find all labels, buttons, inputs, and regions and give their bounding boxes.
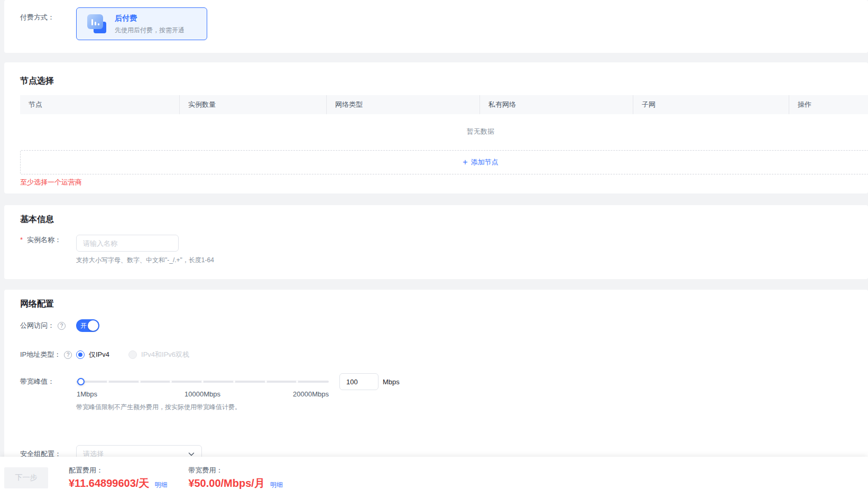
bandwidth-fee-detail-link[interactable]: 明细 [270,480,283,489]
help-icon[interactable]: ? [64,351,72,359]
network-config-title: 网络配置 [20,298,868,310]
slider-mark [201,381,204,383]
instance-create-page: 付费方式： 后付费 先使用后付费，按需开通 节点选择 节点 实例数量 网络类型 … [0,0,868,499]
bandwidth-hint: 带宽峰值限制不产生额外费用，按实际使用带宽峰值计费。 [76,403,400,411]
ip-type-label-text: IP地址类型： [20,349,61,360]
bandwidth-value-input[interactable] [339,373,378,390]
column-header-instance-count: 实例数量 [180,95,327,114]
basic-info-section: 基本信息 *实例名称： 支持大小写字母、数字、中文和"-_/.+"，长度1-64 [4,205,868,279]
required-asterisk: * [20,235,23,245]
billing-bar-chart-icon [87,14,106,33]
slider-handle[interactable] [77,378,85,385]
node-table-header: 节点 实例数量 网络类型 私有网络 子网 操作 [20,95,868,114]
radio-ipv4-ipv6-dual: IPv4和IPv6双栈 [128,350,189,359]
footer-bar: 下一步 配置费用： ¥11.64899603/天 明细 带宽费用： ¥50.00… [0,457,868,499]
slider-scale-labels: 1Mbps 10000Mbps 20000Mbps [76,390,329,399]
table-empty-placeholder: 暂无数据 [20,114,868,149]
config-fee-price: ¥11.64899603/天 [69,476,149,490]
public-access-label: 公网访问： ? [20,320,76,331]
toggle-on-text: 开 [80,322,87,329]
config-fee-block: 配置费用： ¥11.64899603/天 明细 [69,466,167,490]
instance-name-label-text: 实例名称： [27,235,61,245]
slider-mark [296,381,298,383]
next-button[interactable]: 下一步 [4,467,48,488]
toggle-knob [88,320,98,331]
slider-min-label: 1Mbps [77,390,97,398]
config-fee-detail-link[interactable]: 明细 [154,480,167,489]
slider-mid-label: 10000Mbps [184,390,220,398]
postpaid-description: 先使用后付费，按需开通 [115,25,184,35]
help-icon[interactable]: ? [58,322,66,330]
bandwidth-fee-price: ¥50.00/Mbps/月 [188,476,265,490]
radio-ipv4-label: 仅IPv4 [89,350,109,359]
node-selection-title: 节点选择 [20,75,868,87]
ip-type-label: IP地址类型： ? [20,349,76,360]
instance-name-label: *实例名称： [20,235,76,245]
slider-max-label: 20000Mbps [293,390,329,398]
bandwidth-fee-block: 带宽费用： ¥50.00/Mbps/月 明细 [188,466,283,490]
bandwidth-label-text: 带宽峰值： [20,376,54,387]
billing-icon-front-shape [87,14,103,29]
payment-method-label: 付费方式： [20,12,76,23]
operator-validation-error: 至少选择一个运营商 [20,178,868,187]
public-access-toggle[interactable]: 开 [76,319,99,332]
postpaid-texts: 后付费 先使用后付费，按需开通 [115,13,184,35]
column-header-node: 节点 [20,95,180,114]
config-fee-label: 配置费用： [69,466,167,475]
radio-ipv4-only[interactable]: 仅IPv4 [76,350,109,359]
public-access-label-text: 公网访问： [20,320,54,331]
bandwidth-label: 带宽峰值： [20,376,76,387]
instance-name-hint: 支持大小写字母、数字、中文和"-_/.+"，长度1-64 [76,256,214,264]
instance-name-input[interactable] [76,235,179,252]
node-table: 节点 实例数量 网络类型 私有网络 子网 操作 暂无数据 [20,95,868,149]
ip-type-radio-group: 仅IPv4 IPv4和IPv6双栈 [76,350,189,359]
postpaid-title: 后付费 [115,13,184,23]
radio-selected-icon [76,350,85,359]
column-header-actions: 操作 [789,95,868,114]
slider-mark [138,381,141,383]
bandwidth-field: Mbps 1Mbps 10000Mbps 20000Mbps 带宽峰值限制不产生… [76,373,400,411]
radio-disabled-icon [128,350,137,359]
add-node-label: 添加节点 [471,158,498,167]
node-selection-section: 节点选择 节点 实例数量 网络类型 私有网络 子网 操作 暂无数据 + 添加节点… [4,62,868,193]
slider-mark [107,381,109,383]
bandwidth-fee-label: 带宽费用： [188,466,283,475]
slider-mark [265,381,267,383]
slider-mark [233,381,235,383]
postpaid-option-card[interactable]: 后付费 先使用后付费，按需开通 [76,7,207,40]
slider-mark [170,381,172,383]
payment-method-section: 付费方式： 后付费 先使用后付费，按需开通 [4,0,868,53]
bandwidth-unit: Mbps [383,378,400,386]
column-header-subnet: 子网 [633,95,789,114]
column-header-private-network: 私有网络 [480,95,633,114]
bandwidth-slider[interactable] [76,373,329,390]
radio-dual-stack-label: IPv4和IPv6双栈 [141,350,189,359]
add-node-button[interactable]: + 添加节点 [20,150,868,174]
column-header-network-type: 网络类型 [327,95,480,114]
instance-name-field-wrap: 支持大小写字母、数字、中文和"-_/.+"，长度1-64 [76,235,214,264]
basic-info-title: 基本信息 [20,214,868,225]
plus-icon: + [463,158,467,167]
